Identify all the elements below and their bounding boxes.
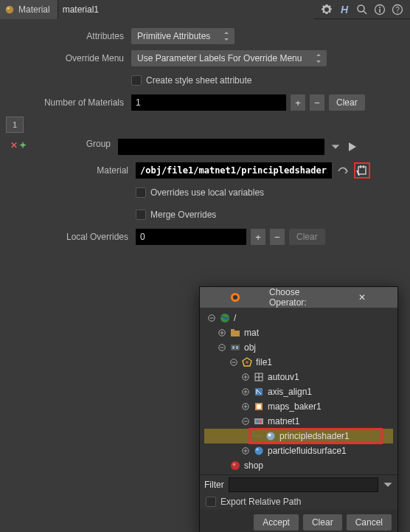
tree-item-axis-align1[interactable]: axis_align1	[204, 384, 393, 399]
accept-button[interactable]: Accept	[254, 514, 299, 531]
houdini-logo-icon	[206, 291, 265, 303]
num-materials-plus[interactable]: +	[291, 94, 305, 111]
help-icon[interactable]: ?	[391, 3, 404, 16]
tree-item-mat[interactable]: mat	[204, 325, 393, 340]
group-select-viewport-icon[interactable]	[347, 141, 358, 153]
header-toolbar: H ?	[314, 3, 410, 16]
group-input[interactable]	[118, 139, 324, 155]
expand-icon[interactable]	[218, 328, 226, 337]
export-relative-label: Export Relative Path	[220, 497, 301, 507]
svg-point-47	[267, 432, 275, 441]
expand-icon[interactable]	[241, 387, 250, 396]
local-overrides-plus[interactable]: +	[251, 229, 265, 245]
tree-label: autouv1	[268, 372, 299, 382]
sop-icon	[253, 445, 265, 457]
svg-point-48	[268, 434, 271, 437]
tree-item-maps-baker1[interactable]: maps_baker1	[204, 399, 393, 414]
local-overrides-input[interactable]	[136, 229, 246, 245]
node-tab[interactable]: Material	[0, 0, 58, 19]
cancel-button[interactable]: Cancel	[347, 514, 392, 531]
tree-label: principledshader1	[279, 431, 350, 441]
tree-item-principledshader1[interactable]: principledshader1	[204, 429, 393, 443]
dialog-titlebar[interactable]: Choose Operator: ✕	[200, 287, 397, 308]
num-materials-input[interactable]	[131, 94, 286, 111]
tree-item-obj[interactable]: obj	[204, 340, 393, 355]
svg-rect-18	[231, 331, 240, 336]
overrides-local-label: Overrides use local variables	[150, 187, 264, 198]
filter-label: Filter	[204, 480, 224, 490]
filter-input[interactable]	[229, 477, 378, 492]
local-overrides-label: Local Overrides	[6, 232, 136, 242]
operator-tree: / mat obj file1	[204, 311, 393, 473]
svg-point-0	[6, 5, 14, 13]
expand-icon[interactable]	[241, 402, 250, 411]
dialog-close-button[interactable]: ✕	[333, 291, 392, 304]
material-label: Material	[6, 165, 136, 176]
merge-overrides-checkbox[interactable]	[136, 210, 146, 220]
tree-item-file1[interactable]: file1	[204, 355, 393, 370]
svg-rect-6	[379, 9, 381, 13]
tree-item-shop[interactable]: shop	[204, 458, 393, 473]
svg-point-2	[358, 5, 364, 12]
filter-dropdown-icon[interactable]	[383, 477, 393, 492]
collapse-icon[interactable]	[241, 417, 250, 426]
svg-point-11	[233, 295, 237, 300]
svg-rect-19	[231, 329, 234, 331]
local-overrides-clear[interactable]: Clear	[289, 229, 325, 245]
svg-line-3	[364, 11, 366, 14]
group-label: Group	[25, 139, 118, 149]
tree-item-particlefluidsurface1[interactable]: particlefluidsurface1	[204, 443, 393, 458]
merge-overrides-label: Merge Overrides	[150, 210, 216, 220]
num-materials-minus[interactable]: −	[310, 94, 324, 111]
override-menu-value: Use Parameter Labels For Override Menu	[137, 53, 302, 63]
svg-point-28	[246, 361, 249, 364]
dropdown-arrow-icon	[223, 32, 230, 41]
instance-remove-button[interactable]: ✕	[10, 139, 18, 152]
clear-button[interactable]: Clear	[303, 514, 342, 531]
dropdown-arrow-icon	[315, 54, 322, 63]
shader-icon	[265, 430, 277, 442]
tree-item-root[interactable]: /	[204, 311, 393, 325]
collapse-icon[interactable]	[207, 314, 216, 322]
sop-icon	[253, 386, 265, 398]
tree-label: /	[234, 313, 236, 323]
material-path-input[interactable]	[136, 162, 332, 179]
svg-point-52	[255, 447, 263, 455]
node-name-input[interactable]	[58, 0, 314, 19]
expand-icon[interactable]	[241, 446, 250, 455]
material-chooser-button[interactable]	[354, 162, 370, 179]
material-node-icon	[4, 4, 15, 15]
attributes-value: Primitive Attributes	[137, 31, 210, 41]
sop-icon	[253, 401, 265, 412]
folder-icon	[229, 327, 241, 339]
expand-icon[interactable]	[241, 373, 250, 381]
material-jump-icon[interactable]	[335, 162, 351, 179]
houdini-hq-icon[interactable]: H	[338, 3, 351, 16]
svg-text:?: ?	[395, 6, 400, 14]
sop-icon	[253, 371, 265, 383]
override-menu-label: Override Menu	[6, 53, 131, 63]
create-style-checkbox[interactable]	[131, 75, 142, 86]
tree-item-matnet1[interactable]: matnet1	[204, 414, 393, 429]
override-menu-dropdown[interactable]: Use Parameter Labels For Override Menu	[131, 50, 327, 66]
tree-item-autouv1[interactable]: autouv1	[204, 370, 393, 384]
group-dropdown-icon[interactable]	[327, 139, 344, 155]
multiparm-tab-1[interactable]: 1	[6, 117, 24, 133]
local-overrides-minus[interactable]: −	[270, 229, 285, 245]
svg-rect-41	[257, 404, 261, 409]
num-materials-clear[interactable]: Clear	[329, 94, 365, 111]
overrides-local-checkbox[interactable]	[136, 187, 146, 198]
tree-label: file1	[256, 357, 272, 367]
header: Material H ?	[0, 0, 410, 19]
svg-rect-24	[236, 346, 238, 349]
tree-label: mat	[244, 328, 259, 338]
collapse-icon[interactable]	[218, 343, 226, 352]
gear-icon[interactable]	[320, 3, 333, 16]
export-relative-checkbox[interactable]	[206, 497, 216, 507]
svg-point-53	[257, 449, 259, 451]
info-icon[interactable]	[373, 3, 386, 16]
collapse-icon[interactable]	[229, 358, 238, 367]
svg-rect-22	[231, 345, 240, 350]
attributes-dropdown[interactable]: Primitive Attributes	[131, 28, 234, 44]
search-icon[interactable]	[355, 3, 369, 16]
